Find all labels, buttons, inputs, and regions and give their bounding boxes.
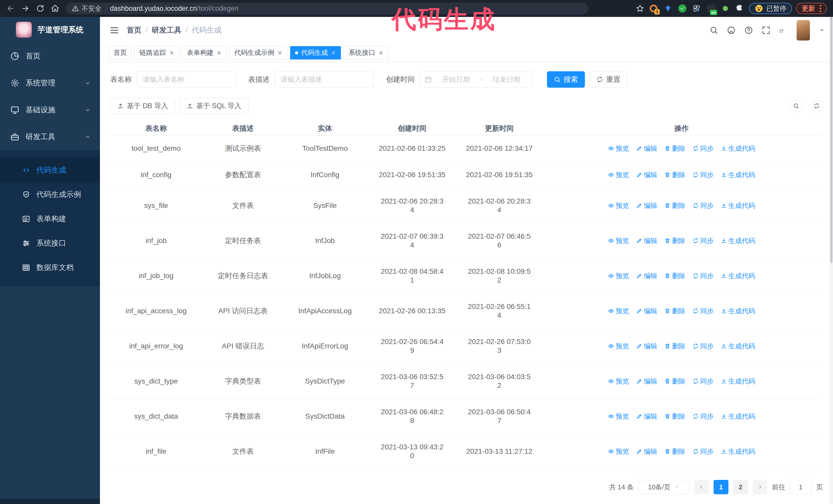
- preview-link[interactable]: 预览: [608, 377, 629, 386]
- github-icon[interactable]: [727, 26, 736, 34]
- delete-link[interactable]: 删除: [664, 447, 685, 456]
- search-button[interactable]: 搜索: [547, 71, 585, 88]
- generate-code-link[interactable]: 生成代码: [721, 307, 755, 315]
- generate-code-link[interactable]: 生成代码: [721, 201, 755, 210]
- close-icon[interactable]: [378, 50, 383, 55]
- sidebar-item-devtools[interactable]: 研发工具: [0, 123, 100, 150]
- sidebar-item-form-builder[interactable]: 表单构建: [0, 207, 100, 231]
- edit-link[interactable]: 编辑: [636, 377, 657, 386]
- refresh-table-button[interactable]: [810, 100, 823, 112]
- search-icon[interactable]: [710, 26, 718, 34]
- sync-link[interactable]: 同步: [693, 342, 714, 351]
- delete-link[interactable]: 删除: [664, 170, 685, 179]
- page-button-2[interactable]: 2: [733, 480, 748, 494]
- extension-icon-green[interactable]: [720, 3, 731, 14]
- tab-home[interactable]: 首页: [109, 46, 132, 59]
- sidebar-item-codegen[interactable]: 代码生成: [0, 158, 100, 182]
- sync-link[interactable]: 同步: [693, 447, 714, 456]
- generate-code-link[interactable]: 生成代码: [721, 377, 755, 386]
- edit-link[interactable]: 编辑: [636, 342, 657, 351]
- delete-link[interactable]: 删除: [664, 412, 685, 421]
- reload-icon[interactable]: [36, 4, 45, 13]
- preview-link[interactable]: 预览: [608, 236, 629, 245]
- edit-link[interactable]: 编辑: [636, 412, 657, 421]
- sync-link[interactable]: 同步: [693, 377, 714, 386]
- tab-system-api[interactable]: 系统接口: [344, 46, 388, 59]
- help-icon[interactable]: [744, 26, 753, 34]
- close-icon[interactable]: [277, 50, 282, 55]
- sidebar-item-home[interactable]: 首页: [0, 43, 100, 70]
- preview-link[interactable]: 预览: [608, 412, 629, 421]
- table-name-input[interactable]: [137, 71, 236, 88]
- update-button[interactable]: 更新: [796, 3, 827, 14]
- preview-link[interactable]: 预览: [608, 201, 629, 210]
- preview-link[interactable]: 预览: [608, 307, 629, 315]
- breadcrumb-devtools[interactable]: 研发工具: [152, 25, 182, 35]
- toggle-search-button[interactable]: [790, 100, 802, 112]
- edit-link[interactable]: 编辑: [636, 236, 657, 245]
- tab-form-builder[interactable]: 表单构建: [182, 46, 227, 59]
- breadcrumb-home[interactable]: 首页: [127, 25, 142, 35]
- bookmark-star-icon[interactable]: [636, 4, 644, 13]
- extension-icon-dark[interactable]: on: [706, 3, 716, 14]
- home-icon[interactable]: [51, 4, 60, 13]
- sidebar-item-infra[interactable]: 基础设施: [0, 96, 100, 123]
- next-page-button[interactable]: [753, 480, 767, 494]
- extension-icon-gem[interactable]: [663, 3, 673, 14]
- preview-link[interactable]: 预览: [608, 144, 629, 153]
- kebab-menu-icon[interactable]: [820, 5, 821, 12]
- sync-link[interactable]: 同步: [693, 307, 714, 315]
- sidebar-item-system[interactable]: 系统管理: [0, 70, 100, 96]
- generate-code-link[interactable]: 生成代码: [721, 170, 755, 179]
- import-db-button[interactable]: 基于 DB 导入: [110, 98, 175, 114]
- sidebar-item-codegen-demo[interactable]: 代码生成示例: [0, 182, 100, 207]
- delete-link[interactable]: 删除: [664, 342, 685, 351]
- tab-codegen[interactable]: 代码生成: [290, 46, 341, 59]
- delete-link[interactable]: 删除: [664, 307, 685, 315]
- hamburger-icon[interactable]: [109, 25, 119, 35]
- edit-link[interactable]: 编辑: [636, 170, 657, 179]
- preview-link[interactable]: 预览: [608, 342, 629, 351]
- sidebar-item-system-api[interactable]: 系统接口: [0, 231, 100, 255]
- date-range-picker[interactable]: 开始日期 - 结束日期: [420, 71, 532, 88]
- delete-link[interactable]: 删除: [664, 201, 685, 210]
- generate-code-link[interactable]: 生成代码: [721, 342, 755, 351]
- sync-link[interactable]: 同步: [693, 170, 714, 179]
- reset-button[interactable]: 重置: [590, 71, 627, 88]
- caret-down-icon[interactable]: [819, 27, 825, 33]
- table-desc-input[interactable]: [275, 71, 374, 88]
- delete-link[interactable]: 删除: [664, 271, 685, 280]
- close-icon[interactable]: [217, 50, 222, 55]
- tab-tracing[interactable]: 链路追踪: [135, 46, 179, 59]
- fullscreen-icon[interactable]: [762, 26, 770, 34]
- profile-paused-badge[interactable]: 已暂停: [749, 3, 792, 14]
- close-icon[interactable]: [169, 50, 174, 55]
- sync-link[interactable]: 同步: [693, 201, 714, 210]
- window-scrollbar[interactable]: [830, 17, 833, 504]
- font-size-icon[interactable]: tT: [779, 26, 788, 34]
- tab-codegen-demo[interactable]: 代码生成示例: [230, 46, 287, 59]
- page-size-select[interactable]: 10条/页: [638, 480, 689, 494]
- user-avatar[interactable]: [796, 20, 810, 41]
- preview-link[interactable]: 预览: [608, 170, 629, 179]
- page-button-1[interactable]: 1: [714, 480, 729, 494]
- extension-icon-orange[interactable]: 1: [648, 3, 659, 14]
- edit-link[interactable]: 编辑: [636, 271, 657, 280]
- preview-link[interactable]: 预览: [608, 447, 629, 456]
- generate-code-link[interactable]: 生成代码: [721, 271, 755, 280]
- sync-link[interactable]: 同步: [693, 144, 714, 153]
- back-icon[interactable]: [6, 4, 15, 13]
- security-chip[interactable]: 不安全: [72, 4, 101, 13]
- prev-page-button[interactable]: [694, 480, 709, 494]
- edit-link[interactable]: 编辑: [636, 307, 657, 315]
- delete-link[interactable]: 删除: [664, 144, 685, 153]
- delete-link[interactable]: 删除: [664, 236, 685, 245]
- sidebar-item-db-doc[interactable]: 数据库文档: [0, 255, 100, 280]
- scrollbar-thumb[interactable]: [830, 17, 832, 263]
- sync-link[interactable]: 同步: [693, 271, 714, 280]
- address-bar[interactable]: 不安全 dashboard.yudao.iocoder.cn/tool/code…: [66, 3, 589, 14]
- preview-link[interactable]: 预览: [608, 271, 629, 280]
- sync-link[interactable]: 同步: [693, 412, 714, 421]
- edit-link[interactable]: 编辑: [636, 144, 657, 153]
- sync-link[interactable]: 同步: [693, 236, 714, 245]
